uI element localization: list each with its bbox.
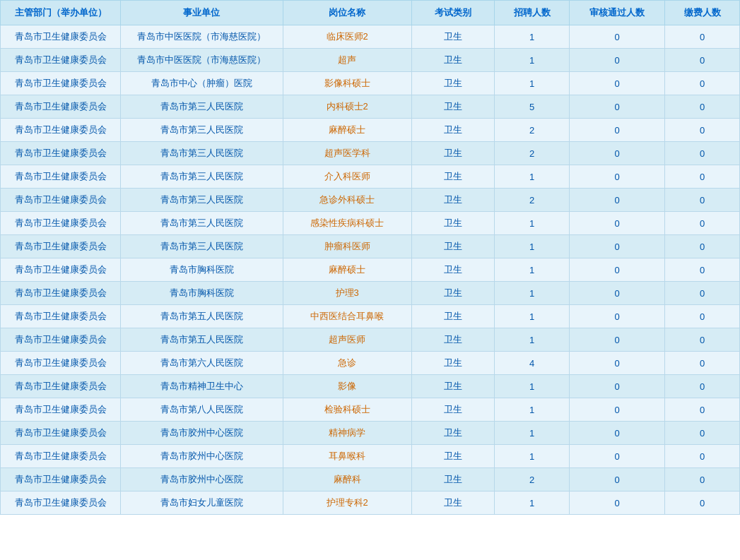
table-cell-15-5: 0 — [570, 375, 665, 398]
table-cell-2-2: 影像科硕士 — [283, 72, 411, 95]
table-cell-10-0: 青岛市卫生健康委员会 — [1, 258, 121, 282]
table-cell-7-6: 0 — [665, 189, 740, 212]
table-cell-20-6: 0 — [665, 492, 740, 515]
table-cell-7-2: 急诊外科硕士 — [283, 189, 411, 212]
table-cell-17-3: 卫生 — [411, 422, 495, 445]
table-cell-15-2: 影像 — [283, 375, 411, 398]
table-cell-20-3: 卫生 — [411, 492, 495, 515]
table-cell-13-4: 1 — [495, 328, 570, 352]
table-row: 青岛市卫生健康委员会青岛市妇女儿童医院护理专科2卫生100 — [1, 492, 740, 515]
table-cell-20-5: 0 — [570, 492, 665, 515]
table-cell-3-2: 内科硕士2 — [283, 95, 411, 119]
table-body: 青岛市卫生健康委员会青岛市中医医院（市海慈医院）临床医师2卫生100青岛市卫生健… — [1, 25, 740, 515]
table-cell-15-4: 1 — [495, 375, 570, 398]
table-row: 青岛市卫生健康委员会青岛市第六人民医院急诊卫生400 — [1, 352, 740, 375]
main-table-container: 主管部门（举办单位）事业单位岗位名称考试类别招聘人数审核通过人数缴费人数 青岛市… — [0, 0, 740, 515]
table-cell-2-6: 0 — [665, 72, 740, 95]
table-row: 青岛市卫生健康委员会青岛市第三人民医院肿瘤科医师卫生100 — [1, 235, 740, 258]
table-cell-9-6: 0 — [665, 235, 740, 258]
table-cell-11-6: 0 — [665, 282, 740, 305]
table-cell-7-5: 0 — [570, 189, 665, 212]
table-cell-5-3: 卫生 — [411, 142, 495, 165]
table-cell-19-0: 青岛市卫生健康委员会 — [1, 468, 121, 492]
table-cell-4-0: 青岛市卫生健康委员会 — [1, 119, 121, 142]
table-cell-13-1: 青岛市第五人民医院 — [121, 328, 283, 352]
table-row: 青岛市卫生健康委员会青岛市第三人民医院麻醉硕士卫生200 — [1, 119, 740, 142]
table-cell-8-3: 卫生 — [411, 212, 495, 235]
table-cell-5-1: 青岛市第三人民医院 — [121, 142, 283, 165]
table-cell-3-4: 5 — [495, 95, 570, 119]
table-cell-5-5: 0 — [570, 142, 665, 165]
table-cell-4-2: 麻醉硕士 — [283, 119, 411, 142]
table-cell-8-6: 0 — [665, 212, 740, 235]
table-cell-11-4: 1 — [495, 282, 570, 305]
header-cell-0: 主管部门（举办单位） — [1, 1, 121, 25]
table-cell-7-4: 2 — [495, 189, 570, 212]
header-row: 主管部门（举办单位）事业单位岗位名称考试类别招聘人数审核通过人数缴费人数 — [1, 1, 740, 25]
table-cell-5-6: 0 — [665, 142, 740, 165]
table-cell-16-0: 青岛市卫生健康委员会 — [1, 398, 121, 422]
table-cell-0-6: 0 — [665, 25, 740, 49]
table-cell-19-5: 0 — [570, 468, 665, 492]
table-cell-6-5: 0 — [570, 165, 665, 189]
table-cell-13-2: 超声医师 — [283, 328, 411, 352]
table-cell-13-6: 0 — [665, 328, 740, 352]
table-cell-16-2: 检验科硕士 — [283, 398, 411, 422]
table-cell-16-1: 青岛市第八人民医院 — [121, 398, 283, 422]
table-cell-9-1: 青岛市第三人民医院 — [121, 235, 283, 258]
table-cell-14-1: 青岛市第六人民医院 — [121, 352, 283, 375]
table-cell-0-1: 青岛市中医医院（市海慈医院） — [121, 25, 283, 49]
table-row: 青岛市卫生健康委员会青岛市第八人民医院检验科硕士卫生100 — [1, 398, 740, 422]
table-cell-16-4: 1 — [495, 398, 570, 422]
data-table: 主管部门（举办单位）事业单位岗位名称考试类别招聘人数审核通过人数缴费人数 青岛市… — [0, 0, 740, 515]
table-row: 青岛市卫生健康委员会青岛市第三人民医院超声医学科卫生200 — [1, 142, 740, 165]
table-row: 青岛市卫生健康委员会青岛市第五人民医院中西医结合耳鼻喉卫生100 — [1, 305, 740, 328]
table-cell-16-6: 0 — [665, 398, 740, 422]
table-cell-12-1: 青岛市第五人民医院 — [121, 305, 283, 328]
table-cell-1-0: 青岛市卫生健康委员会 — [1, 49, 121, 72]
table-cell-20-0: 青岛市卫生健康委员会 — [1, 492, 121, 515]
table-cell-3-3: 卫生 — [411, 95, 495, 119]
table-cell-8-5: 0 — [570, 212, 665, 235]
table-cell-19-2: 麻醉科 — [283, 468, 411, 492]
table-row: 青岛市卫生健康委员会青岛市胶州中心医院麻醉科卫生200 — [1, 468, 740, 492]
table-cell-19-1: 青岛市胶州中心医院 — [121, 468, 283, 492]
table-cell-14-2: 急诊 — [283, 352, 411, 375]
table-cell-7-0: 青岛市卫生健康委员会 — [1, 189, 121, 212]
table-cell-10-5: 0 — [570, 258, 665, 282]
table-cell-14-0: 青岛市卫生健康委员会 — [1, 352, 121, 375]
table-cell-6-2: 介入科医师 — [283, 165, 411, 189]
table-cell-1-1: 青岛市中医医院（市海慈医院） — [121, 49, 283, 72]
table-cell-11-0: 青岛市卫生健康委员会 — [1, 282, 121, 305]
table-cell-19-4: 2 — [495, 468, 570, 492]
table-cell-10-6: 0 — [665, 258, 740, 282]
table-cell-7-1: 青岛市第三人民医院 — [121, 189, 283, 212]
table-cell-9-3: 卫生 — [411, 235, 495, 258]
table-cell-18-1: 青岛市胶州中心医院 — [121, 445, 283, 468]
table-cell-3-6: 0 — [665, 95, 740, 119]
table-cell-6-4: 1 — [495, 165, 570, 189]
header-cell-2: 岗位名称 — [283, 1, 411, 25]
table-cell-12-2: 中西医结合耳鼻喉 — [283, 305, 411, 328]
table-cell-1-6: 0 — [665, 49, 740, 72]
table-cell-0-2: 临床医师2 — [283, 25, 411, 49]
table-row: 青岛市卫生健康委员会青岛市第五人民医院超声医师卫生100 — [1, 328, 740, 352]
table-cell-4-3: 卫生 — [411, 119, 495, 142]
header-cell-3: 考试类别 — [411, 1, 495, 25]
table-cell-12-6: 0 — [665, 305, 740, 328]
table-cell-18-0: 青岛市卫生健康委员会 — [1, 445, 121, 468]
table-cell-10-2: 麻醉硕士 — [283, 258, 411, 282]
table-cell-17-5: 0 — [570, 422, 665, 445]
table-cell-8-0: 青岛市卫生健康委员会 — [1, 212, 121, 235]
table-cell-17-6: 0 — [665, 422, 740, 445]
table-cell-13-0: 青岛市卫生健康委员会 — [1, 328, 121, 352]
table-cell-11-1: 青岛市胸科医院 — [121, 282, 283, 305]
table-cell-20-1: 青岛市妇女儿童医院 — [121, 492, 283, 515]
table-cell-0-4: 1 — [495, 25, 570, 49]
header-cell-5: 审核通过人数 — [570, 1, 665, 25]
table-row: 青岛市卫生健康委员会青岛市中心（肿瘤）医院影像科硕士卫生100 — [1, 72, 740, 95]
table-cell-11-5: 0 — [570, 282, 665, 305]
table-cell-18-4: 1 — [495, 445, 570, 468]
table-cell-20-4: 1 — [495, 492, 570, 515]
table-cell-10-4: 1 — [495, 258, 570, 282]
